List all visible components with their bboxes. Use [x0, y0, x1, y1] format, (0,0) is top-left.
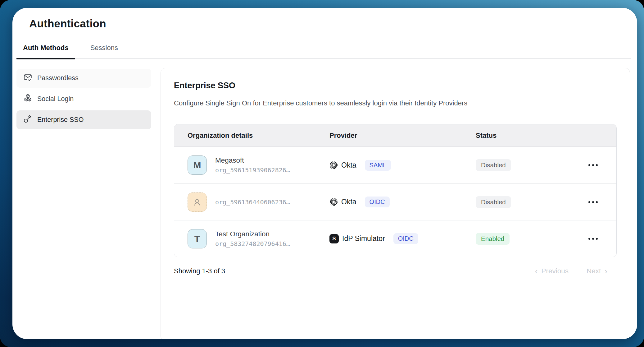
sidebar-item-social-login[interactable]: Social Login — [16, 90, 151, 109]
ellipsis-icon — [588, 201, 598, 203]
sso-connections-table: Organization details Provider Status M M… — [174, 124, 617, 257]
status-badge: Disabled — [476, 196, 511, 208]
organization-cell: T Test Organization org_583274820796416… — [188, 229, 329, 248]
panel-description: Configure Single Sign On for Enterprise … — [174, 99, 617, 108]
provider-cell: Okta SAML — [329, 160, 476, 171]
sidebar-item-label: Enterprise SSO — [37, 116, 84, 124]
status-cell: Disabled — [476, 159, 582, 171]
ellipsis-icon — [588, 238, 598, 240]
org-name: Megasoft — [215, 156, 290, 165]
showing-count: Showing 1-3 of 3 — [174, 267, 225, 275]
status-badge: Enabled — [476, 233, 510, 245]
table-header-row: Organization details Provider Status — [174, 124, 616, 147]
tab-sessions[interactable]: Sessions — [84, 44, 125, 59]
row-actions-button[interactable] — [582, 232, 604, 246]
status-cell: Disabled — [476, 196, 582, 208]
sidebar-item-passwordless[interactable]: Passwordless — [16, 69, 151, 88]
table-row: org_596136440606236… Okta OIDC Disabled — [174, 183, 616, 220]
organization-cell: M Megasoft org_596151939062826… — [188, 155, 329, 175]
authentication-page-card: Authentication Auth Methods Sessions — [12, 8, 637, 339]
key-icon — [23, 114, 33, 126]
row-actions-button[interactable] — [582, 158, 604, 172]
avatar-letter: M — [193, 160, 201, 170]
row-actions-button[interactable] — [582, 195, 604, 209]
protocol-badge: SAML — [365, 160, 391, 171]
next-label: Next — [587, 267, 601, 275]
org-id: org_596136440606236… — [215, 198, 290, 206]
page-title: Authentication — [29, 17, 106, 30]
mail-check-icon — [23, 72, 33, 84]
column-organization-details: Organization details — [188, 132, 329, 140]
column-provider: Provider — [329, 132, 476, 140]
tab-auth-methods[interactable]: Auth Methods — [16, 44, 75, 59]
enterprise-sso-panel: Enterprise SSO Configure Single Sign On … — [161, 68, 630, 339]
okta-sunburst-icon — [329, 161, 338, 169]
org-avatar: M — [188, 155, 207, 175]
previous-page-button[interactable]: ‹ Previous — [535, 267, 569, 275]
provider-name: IdP Simulator — [342, 234, 385, 243]
previous-label: Previous — [542, 267, 569, 275]
protocol-badge: OIDC — [393, 233, 418, 244]
table-footer: Showing 1-3 of 3 ‹ Previous Next › — [174, 266, 617, 276]
tab-auth-methods-label: Auth Methods — [23, 44, 69, 52]
org-avatar-placeholder — [188, 192, 207, 212]
table-row: T Test Organization org_583274820796416…… — [174, 220, 616, 257]
provider-name: Okta — [341, 198, 356, 206]
status-cell: Enabled — [476, 233, 582, 245]
ellipsis-icon — [588, 164, 598, 166]
org-id: org_583274820796416… — [215, 240, 290, 248]
tab-sessions-label: Sessions — [90, 44, 118, 52]
chevron-right-icon: › — [605, 268, 607, 275]
status-badge: Disabled — [476, 159, 511, 171]
person-icon — [192, 197, 202, 207]
okta-sunburst-icon — [329, 198, 338, 206]
provider-name: Okta — [341, 161, 356, 169]
sidebar-item-label: Passwordless — [37, 74, 79, 82]
provider-cell: S IdP Simulator OIDC — [329, 233, 476, 244]
column-status: Status — [476, 132, 582, 140]
cubes-icon — [23, 93, 33, 105]
chevron-left-icon: ‹ — [535, 268, 538, 275]
sidebar-item-label: Social Login — [37, 95, 74, 103]
protocol-badge: OIDC — [365, 197, 390, 207]
next-page-button[interactable]: Next › — [587, 267, 607, 275]
org-id: org_596151939062826… — [215, 166, 290, 174]
sidebar-item-enterprise-sso[interactable]: Enterprise SSO — [16, 110, 151, 129]
org-avatar: T — [188, 229, 207, 248]
panel-heading: Enterprise SSO — [174, 81, 617, 90]
idp-simulator-icon: S — [329, 234, 339, 243]
provider-cell: Okta OIDC — [329, 197, 476, 207]
tab-bar: Auth Methods Sessions — [16, 44, 631, 59]
auth-methods-sidebar: Passwordless — [16, 69, 151, 131]
desktop-background: Authentication Auth Methods Sessions — [0, 0, 644, 347]
avatar-letter: T — [194, 234, 200, 244]
pagination: ‹ Previous Next › — [535, 267, 607, 275]
organization-cell: org_596136440606236… — [188, 192, 329, 212]
table-row: M Megasoft org_596151939062826… Okta SAM… — [174, 147, 616, 183]
org-name: Test Organization — [215, 230, 290, 238]
idp-icon-letter: S — [332, 236, 336, 242]
